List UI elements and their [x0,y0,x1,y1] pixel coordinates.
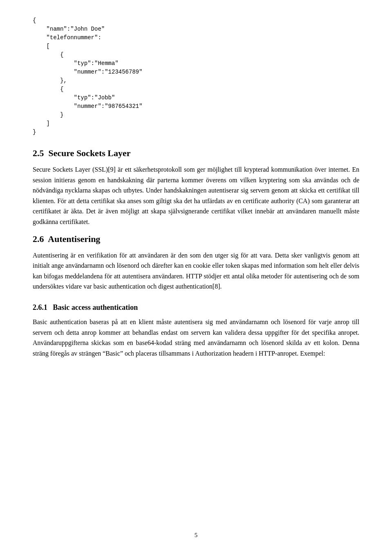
section-26-heading: 2.6 Autentisering [33,234,359,244]
section-261-title: Basic access authentication [53,303,138,311]
code-block: { "namn":"John Doe" "telefonnummer": [ {… [33,16,359,137]
section-25-title: Secure Sockets Layer [49,148,131,158]
section-261-paragraph: Basic authentication baseras på att en k… [33,317,359,358]
section-26-paragraph: Autentisering är en verifikation för att… [33,250,359,292]
section-26-number: 2.6 [33,234,44,244]
page: { "namn":"John Doe" "telefonnummer": [ {… [0,0,392,551]
section-26-title: Autentisering [48,234,100,244]
section-25-paragraph: Secure Sockets Layer (SSL)[9] är ett säk… [33,164,359,227]
section-25-number: 2.5 [33,148,44,158]
section-25-heading: 2.5 Secure Sockets Layer [33,148,359,159]
section-261-number: 2.6.1 [33,303,47,311]
section-261-heading: 2.6.1 Basic access authentication [33,303,359,312]
page-number: 5 [0,532,392,539]
